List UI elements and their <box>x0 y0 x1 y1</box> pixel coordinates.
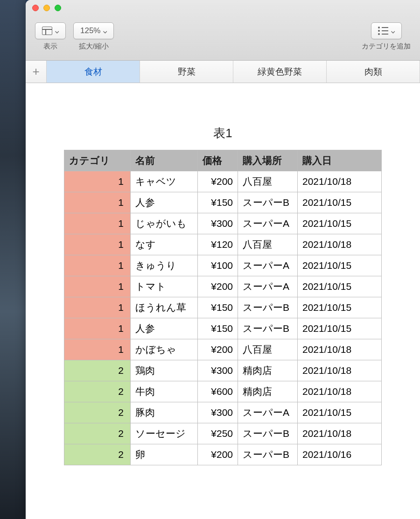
cell-category[interactable]: 2 <box>64 402 131 423</box>
window-controls <box>32 5 61 11</box>
chevron-down-icon <box>103 26 107 35</box>
cell-category[interactable]: 1 <box>64 213 131 234</box>
sheet-tab[interactable]: 食材 <box>47 61 140 83</box>
cell-place[interactable]: スーパーB <box>238 318 298 339</box>
sheet-tab[interactable]: 肉類 <box>327 61 420 83</box>
cell-category[interactable]: 2 <box>64 381 131 402</box>
table-title[interactable]: 表1 <box>26 125 420 141</box>
cell-category[interactable]: 1 <box>64 192 131 213</box>
cell-name[interactable]: かぼちゃ <box>131 339 198 360</box>
cell-date[interactable]: 2021/10/15 <box>298 213 382 234</box>
cell-price[interactable]: ¥120 <box>198 234 238 255</box>
column-header[interactable]: 価格 <box>198 150 238 171</box>
cell-name[interactable]: キャベツ <box>131 171 198 192</box>
cell-place[interactable]: 精肉店 <box>238 360 298 381</box>
zoom-value: 125% <box>80 26 100 35</box>
cell-place[interactable]: 精肉店 <box>238 381 298 402</box>
canvas[interactable]: 表1 カテゴリ名前価格購入場所購入日 1キャベツ¥200八百屋2021/10/1… <box>26 83 420 519</box>
cell-place[interactable]: スーパーA <box>238 255 298 276</box>
cell-price[interactable]: ¥200 <box>198 339 238 360</box>
cell-name[interactable]: きゅうり <box>131 255 198 276</box>
cell-date[interactable]: 2021/10/15 <box>298 402 382 423</box>
cell-date[interactable]: 2021/10/15 <box>298 255 382 276</box>
cell-price[interactable]: ¥150 <box>198 318 238 339</box>
cell-category[interactable]: 1 <box>64 339 131 360</box>
cell-category[interactable]: 1 <box>64 255 131 276</box>
cell-category[interactable]: 1 <box>64 297 131 318</box>
column-header[interactable]: 購入場所 <box>238 150 298 171</box>
cell-name[interactable]: じゃがいも <box>131 213 198 234</box>
close-button[interactable] <box>32 5 39 11</box>
sheet-tab[interactable]: 野菜 <box>140 61 233 83</box>
panel-icon <box>42 27 52 35</box>
cell-category[interactable]: 2 <box>64 360 131 381</box>
cell-place[interactable]: 八百屋 <box>238 339 298 360</box>
cell-date[interactable]: 2021/10/15 <box>298 318 382 339</box>
cell-category[interactable]: 1 <box>64 171 131 192</box>
cell-date[interactable]: 2021/10/18 <box>298 423 382 444</box>
cell-price[interactable]: ¥300 <box>198 360 238 381</box>
cell-place[interactable]: 八百屋 <box>238 234 298 255</box>
cell-place[interactable]: スーパーB <box>238 444 298 465</box>
cell-date[interactable]: 2021/10/18 <box>298 360 382 381</box>
cell-name[interactable]: 鶏肉 <box>131 360 198 381</box>
cell-price[interactable]: ¥150 <box>198 192 238 213</box>
table-row: 2卵¥200スーパーB2021/10/16 <box>64 444 382 465</box>
minimize-button[interactable] <box>43 5 50 11</box>
cell-price[interactable]: ¥150 <box>198 297 238 318</box>
cell-price[interactable]: ¥200 <box>198 171 238 192</box>
add-sheet-button[interactable]: + <box>26 61 47 83</box>
add-category-button[interactable] <box>371 22 402 39</box>
cell-date[interactable]: 2021/10/18 <box>298 171 382 192</box>
table-row: 1人参¥150スーパーB2021/10/15 <box>64 318 382 339</box>
cell-name[interactable]: 豚肉 <box>131 402 198 423</box>
cell-name[interactable]: 卵 <box>131 444 198 465</box>
cell-place[interactable]: スーパーB <box>238 423 298 444</box>
column-header[interactable]: 購入日 <box>298 150 382 171</box>
cell-place[interactable]: スーパーA <box>238 276 298 297</box>
column-header[interactable]: カテゴリ <box>64 150 131 171</box>
column-header[interactable]: 名前 <box>131 150 198 171</box>
cell-price[interactable]: ¥200 <box>198 444 238 465</box>
zoom-button[interactable]: 125% <box>73 22 114 39</box>
cell-price[interactable]: ¥100 <box>198 255 238 276</box>
table-row: 1トマト¥200スーパーA2021/10/15 <box>64 276 382 297</box>
cell-category[interactable]: 2 <box>64 423 131 444</box>
cell-name[interactable]: 牛肉 <box>131 381 198 402</box>
cell-price[interactable]: ¥300 <box>198 402 238 423</box>
cell-name[interactable]: 人参 <box>131 318 198 339</box>
table-row: 1人参¥150スーパーB2021/10/15 <box>64 192 382 213</box>
cell-date[interactable]: 2021/10/18 <box>298 339 382 360</box>
cell-place[interactable]: スーパーB <box>238 297 298 318</box>
cell-date[interactable]: 2021/10/18 <box>298 381 382 402</box>
cell-place[interactable]: 八百屋 <box>238 171 298 192</box>
cell-place[interactable]: スーパーA <box>238 213 298 234</box>
cell-category[interactable]: 1 <box>64 276 131 297</box>
cell-price[interactable]: ¥600 <box>198 381 238 402</box>
cell-date[interactable]: 2021/10/15 <box>298 276 382 297</box>
cell-price[interactable]: ¥300 <box>198 213 238 234</box>
cell-category[interactable]: 1 <box>64 234 131 255</box>
cell-place[interactable]: スーパーA <box>238 402 298 423</box>
cell-place[interactable]: スーパーB <box>238 192 298 213</box>
cell-name[interactable]: トマト <box>131 276 198 297</box>
cell-name[interactable]: 人参 <box>131 192 198 213</box>
cell-date[interactable]: 2021/10/18 <box>298 234 382 255</box>
view-button[interactable] <box>35 22 66 39</box>
maximize-button[interactable] <box>55 5 61 11</box>
zoom-label: 拡大/縮小 <box>79 42 109 51</box>
table-row: 2牛肉¥600精肉店2021/10/18 <box>64 381 382 402</box>
cell-date[interactable]: 2021/10/15 <box>298 192 382 213</box>
cell-category[interactable]: 2 <box>64 444 131 465</box>
cell-name[interactable]: ほうれん草 <box>131 297 198 318</box>
cell-price[interactable]: ¥250 <box>198 423 238 444</box>
sheet-tab[interactable]: 緑黄色野菜 <box>233 61 327 83</box>
cell-name[interactable]: なす <box>131 234 198 255</box>
cell-date[interactable]: 2021/10/16 <box>298 444 382 465</box>
cell-name[interactable]: ソーセージ <box>131 423 198 444</box>
cell-date[interactable]: 2021/10/15 <box>298 297 382 318</box>
cell-price[interactable]: ¥200 <box>198 276 238 297</box>
table-row: 1なす¥120八百屋2021/10/18 <box>64 234 382 255</box>
cell-category[interactable]: 1 <box>64 318 131 339</box>
data-table[interactable]: カテゴリ名前価格購入場所購入日 1キャベツ¥200八百屋2021/10/181人… <box>64 150 382 465</box>
